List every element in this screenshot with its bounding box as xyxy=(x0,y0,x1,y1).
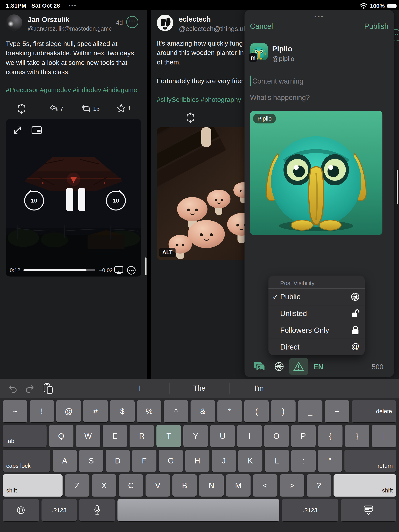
key-p[interactable]: P xyxy=(291,425,316,447)
key-tilde[interactable]: ~ xyxy=(3,400,27,422)
key-tab[interactable]: tab xyxy=(3,425,46,447)
post-author-handle[interactable]: @JanOrszulik@mastodon.gamedev.pl… xyxy=(28,25,111,32)
suggestion-3[interactable]: I'm xyxy=(255,384,264,392)
favourite-button[interactable]: 1 xyxy=(116,104,131,113)
key-pipe[interactable]: | xyxy=(372,425,396,447)
fullscreen-icon[interactable] xyxy=(13,126,22,134)
key-caps-lock[interactable]: caps lock xyxy=(3,450,50,472)
key-k[interactable]: K xyxy=(238,450,262,472)
key-underscore[interactable]: _ xyxy=(298,400,322,422)
pip-icon[interactable] xyxy=(32,126,42,134)
add-media-button[interactable] xyxy=(253,361,265,372)
content-warning-button[interactable] xyxy=(289,358,308,375)
video-player[interactable]: 10 10 0:12 −0:02 xyxy=(6,119,141,277)
skip-forward-button[interactable]: 10 xyxy=(106,191,126,210)
key-b[interactable]: B xyxy=(172,474,197,497)
key-a[interactable]: A xyxy=(53,450,77,472)
sheet-drag-handle[interactable]: ••• xyxy=(245,13,394,20)
key-plus[interactable]: + xyxy=(325,400,349,422)
key-x[interactable]: X xyxy=(92,474,116,497)
key-globe[interactable] xyxy=(3,499,39,521)
key-o[interactable]: O xyxy=(264,425,289,447)
key-u[interactable]: U xyxy=(210,425,235,447)
suggestion-2[interactable]: The xyxy=(193,384,205,392)
undo-button[interactable] xyxy=(8,384,18,393)
pause-bar-right[interactable] xyxy=(78,188,85,211)
key-s[interactable]: S xyxy=(79,450,103,472)
pause-bar-left[interactable] xyxy=(66,188,73,211)
key-exclam[interactable]: ! xyxy=(30,400,54,422)
key-numbers-right[interactable]: .?123 xyxy=(282,499,338,521)
post-hashtags[interactable]: #sillyScribbles #photography xyxy=(157,96,241,103)
key-hash[interactable]: # xyxy=(83,400,108,422)
key-less[interactable]: < xyxy=(253,474,277,497)
key-question[interactable]: ? xyxy=(307,474,331,497)
post-author-name[interactable]: Jan Orszulik xyxy=(28,16,69,24)
key-e[interactable]: E xyxy=(103,425,127,447)
visibility-option-unlisted[interactable]: Unlisted xyxy=(269,305,365,322)
attachment-image[interactable]: Pipilo xyxy=(250,111,382,235)
key-paren-left[interactable]: ( xyxy=(244,400,269,422)
key-d[interactable]: D xyxy=(106,450,130,472)
right-scrollbar[interactable] xyxy=(397,170,398,204)
key-g[interactable]: G xyxy=(159,450,183,472)
visibility-option-public[interactable]: ✓ Public xyxy=(269,288,365,305)
post-author-name[interactable]: eclectech xyxy=(179,15,211,23)
key-percent[interactable]: % xyxy=(137,400,161,422)
compose-avatar[interactable]: m xyxy=(250,43,268,61)
visibility-option-direct[interactable]: Direct @ xyxy=(269,339,365,355)
video-progress-track[interactable] xyxy=(23,269,95,271)
skip-back-button[interactable]: 10 xyxy=(24,191,44,210)
suggestion-1[interactable]: I xyxy=(139,384,141,392)
visibility-button[interactable] xyxy=(274,361,284,372)
key-dictation[interactable] xyxy=(79,499,115,521)
post-hashtags[interactable]: #Precursor #gamedev #indiedev #indiegame xyxy=(6,86,137,94)
key-return[interactable]: return xyxy=(344,450,396,472)
cancel-button[interactable]: Cancel xyxy=(250,22,273,31)
key-q[interactable]: Q xyxy=(49,425,73,447)
visibility-option-followers[interactable]: Followers Only xyxy=(269,322,365,339)
reply-button[interactable]: 7 xyxy=(49,104,63,113)
status-input[interactable]: What's happening? xyxy=(250,94,310,102)
key-quote[interactable]: " xyxy=(318,450,342,472)
key-f[interactable]: F xyxy=(132,450,156,472)
key-numbers-left[interactable]: .?123 xyxy=(41,499,77,521)
key-colon[interactable]: : xyxy=(291,450,315,472)
key-dismiss-keyboard[interactable] xyxy=(341,499,396,521)
avatar[interactable] xyxy=(157,15,173,31)
key-r[interactable]: R xyxy=(129,425,154,447)
key-t[interactable]: T xyxy=(156,425,181,447)
avatar[interactable] xyxy=(6,14,22,31)
key-l[interactable]: L xyxy=(265,450,289,472)
key-delete[interactable]: delete xyxy=(352,400,396,422)
attachment-label[interactable]: Pipilo xyxy=(253,114,276,123)
key-amp[interactable]: & xyxy=(191,400,215,422)
key-w[interactable]: W xyxy=(76,425,100,447)
key-greater[interactable]: > xyxy=(280,474,304,497)
key-n[interactable]: N xyxy=(199,474,224,497)
key-asterisk[interactable]: * xyxy=(217,400,242,422)
key-z[interactable]: Z xyxy=(65,474,90,497)
language-button[interactable]: EN xyxy=(314,363,323,371)
paste-button[interactable] xyxy=(43,382,53,394)
key-paren-right[interactable]: ) xyxy=(271,400,296,422)
key-shift-right[interactable]: shift xyxy=(334,474,396,497)
key-at[interactable]: @ xyxy=(56,400,81,422)
key-h[interactable]: H xyxy=(185,450,209,472)
expand-post-icon[interactable] xyxy=(186,113,195,123)
expand-post-icon[interactable] xyxy=(17,104,26,114)
post-more-button[interactable]: ••• xyxy=(126,16,138,28)
key-v[interactable]: V xyxy=(146,474,170,497)
key-y[interactable]: Y xyxy=(183,425,208,447)
key-brace-right[interactable]: } xyxy=(345,425,369,447)
post-author-handle[interactable]: @eclectech@things.ul xyxy=(179,25,245,32)
publish-button[interactable]: Publish xyxy=(364,22,388,31)
key-dollar[interactable]: $ xyxy=(110,400,135,422)
key-shift-left[interactable]: shift xyxy=(3,474,63,497)
alt-badge[interactable]: ALT xyxy=(159,248,175,257)
content-warning-input[interactable]: Content warning xyxy=(252,77,303,85)
boost-button[interactable]: 13 xyxy=(81,104,100,113)
left-scrollbar[interactable] xyxy=(145,257,147,275)
key-space[interactable] xyxy=(117,499,280,521)
key-j[interactable]: J xyxy=(212,450,236,472)
